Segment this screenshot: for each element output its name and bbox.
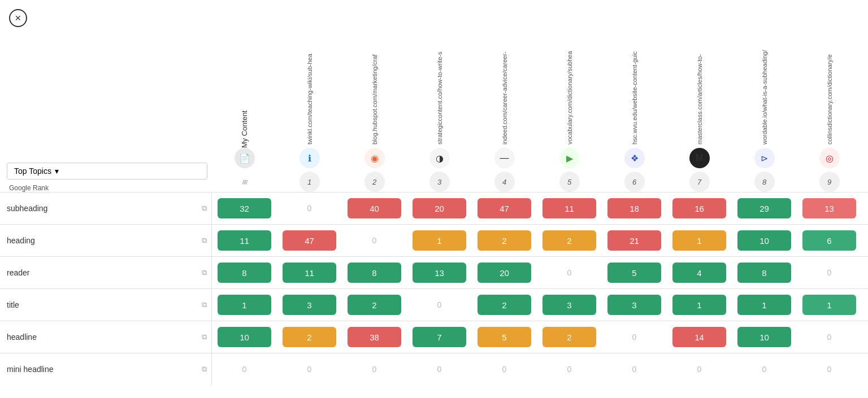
competitor-url: vocabulary.com/dictionary/subhea	[566, 32, 573, 145]
cell-badge-4-7: 14	[672, 327, 726, 347]
cell-3-0: 1	[212, 289, 277, 321]
cell-5-4: 0	[472, 353, 537, 385]
cell-1-5: 2	[537, 225, 602, 256]
my-content-column: My Content 📄 ⊞	[212, 0, 277, 192]
cell-badge-2-2: 8	[348, 263, 401, 283]
cell-badge-4-0: 10	[218, 327, 271, 347]
left-header: Top Topics ▾ Google Rank	[0, 0, 212, 192]
cell-value-5-6: 0	[632, 365, 637, 374]
cell-badge-4-4: 5	[478, 327, 531, 347]
cell-5-0: 0	[212, 353, 277, 385]
competitor-favicon-1: ℹ	[300, 148, 320, 168]
my-content-label: My Content	[240, 46, 249, 148]
cell-4-5: 2	[537, 321, 602, 353]
cell-value-5-1: 0	[307, 365, 312, 374]
topic-rows: subheading ⧉ heading ⧉ reader ⧉ title ⧉ …	[0, 192, 212, 385]
cell-badge-3-1: 3	[283, 295, 336, 315]
cell-badge-3-6: 3	[607, 295, 661, 315]
cell-2-6: 5	[602, 257, 667, 288]
copy-icon-5[interactable]: ⧉	[202, 365, 207, 374]
copy-icon-4[interactable]: ⧉	[202, 333, 207, 342]
cell-4-1: 2	[277, 321, 342, 353]
competitor-url: wordable.io/what-is-a-subheading/	[761, 32, 768, 145]
cell-value-5-2: 0	[372, 365, 377, 374]
cell-4-4: 5	[472, 321, 537, 353]
close-button[interactable]: ✕	[9, 9, 27, 27]
competitor-favicon-9: ◎	[819, 148, 840, 168]
cell-3-4: 2	[472, 289, 537, 321]
topic-name-3: title	[7, 300, 19, 309]
google-rank-label: Google Rank	[9, 184, 49, 192]
cell-4-7: 14	[667, 321, 732, 353]
cell-0-0: 32	[212, 193, 277, 224]
cell-badge-1-3: 1	[413, 230, 466, 251]
topic-name-2: reader	[7, 268, 29, 277]
cell-badge-1-1: 47	[283, 230, 336, 251]
cell-badge-1-5: 2	[542, 230, 596, 251]
copy-icon-3[interactable]: ⧉	[202, 300, 207, 309]
cell-badge-0-6: 18	[607, 198, 661, 218]
google-rank-row: Google Rank	[7, 184, 207, 192]
competitor-column-3: strategiccontent.co/how-to-write-s ◑ 3	[407, 0, 472, 192]
competitor-rank-4: 4	[494, 172, 515, 192]
cell-3-8: 1	[732, 289, 797, 321]
competitor-url: twinkl.com/teaching-wiki/sub-hea	[306, 32, 313, 145]
cell-value-5-5: 0	[567, 365, 572, 374]
cell-1-6: 21	[602, 225, 667, 256]
competitor-column-6: hsc.wvu.edu/website-content-guic ❖ 6	[602, 0, 667, 192]
data-row-5: 0000000000	[212, 353, 868, 385]
cell-5-5: 0	[537, 353, 602, 385]
competitor-favicon-4: —	[494, 148, 515, 168]
topic-label-0: subheading ⧉	[0, 192, 212, 224]
cell-badge-4-5: 2	[542, 327, 596, 347]
cell-value-5-0: 0	[242, 365, 247, 374]
copy-icon-1[interactable]: ⧉	[202, 236, 207, 245]
cell-5-9: 0	[797, 353, 862, 385]
cell-value-2-9: 0	[827, 268, 832, 277]
cell-4-9: 0	[797, 321, 862, 353]
cell-1-2: 0	[342, 225, 407, 256]
cell-badge-0-9: 13	[802, 198, 856, 218]
competitor-rank-3: 3	[429, 172, 450, 192]
cell-value-5-8: 0	[762, 365, 767, 374]
competitor-column-5: vocabulary.com/dictionary/subhea ▶ 5	[537, 0, 602, 192]
cell-1-9: 6	[797, 225, 862, 256]
cell-badge-0-7: 16	[672, 198, 726, 218]
cell-1-7: 1	[667, 225, 732, 256]
cell-badge-4-3: 7	[413, 327, 466, 347]
copy-icon-0[interactable]: ⧉	[202, 204, 207, 213]
cell-badge-1-4: 2	[478, 230, 531, 251]
cell-value-4-9: 0	[827, 333, 832, 342]
topic-name-5: mini headline	[7, 365, 54, 374]
top-topics-dropdown[interactable]: Top Topics ▾	[7, 163, 207, 180]
cell-2-8: 8	[732, 257, 797, 288]
competitor-column-4: indeed.com/career-advice/career- — 4	[472, 0, 537, 192]
cell-badge-0-0: 32	[218, 198, 271, 218]
cell-badge-3-2: 2	[348, 295, 401, 315]
copy-icon-2[interactable]: ⧉	[202, 268, 207, 277]
cell-0-8: 29	[732, 193, 797, 224]
cell-value-4-6: 0	[632, 333, 637, 342]
cell-5-1: 0	[277, 353, 342, 385]
competitor-rank-6: 6	[624, 172, 645, 192]
right-header: My Content 📄 ⊞ twinkl.com/teaching-wiki/…	[212, 0, 868, 192]
cell-1-3: 1	[407, 225, 472, 256]
cell-2-1: 11	[277, 257, 342, 288]
competitor-rank-1: 1	[300, 172, 320, 192]
competitor-favicon-2: ◉	[364, 148, 385, 168]
cell-badge-1-9: 6	[802, 230, 856, 251]
cell-1-8: 10	[732, 225, 797, 256]
cell-badge-2-6: 5	[607, 263, 661, 283]
cell-3-3: 0	[407, 289, 472, 321]
competitor-url: blog.hubspot.com/marketing/craf	[371, 32, 378, 145]
main-layout: Top Topics ▾ Google Rank subheading ⧉ he…	[0, 0, 868, 385]
cell-2-3: 13	[407, 257, 472, 288]
cell-badge-1-0: 11	[218, 230, 271, 251]
right-panel: My Content 📄 ⊞ twinkl.com/teaching-wiki/…	[212, 0, 868, 385]
cell-0-6: 18	[602, 193, 667, 224]
cell-4-0: 10	[212, 321, 277, 353]
data-row-1: 11470122211106	[212, 224, 868, 256]
cell-badge-2-1: 11	[283, 263, 336, 283]
cell-0-9: 13	[797, 193, 862, 224]
cell-value-3-3: 0	[437, 300, 442, 309]
